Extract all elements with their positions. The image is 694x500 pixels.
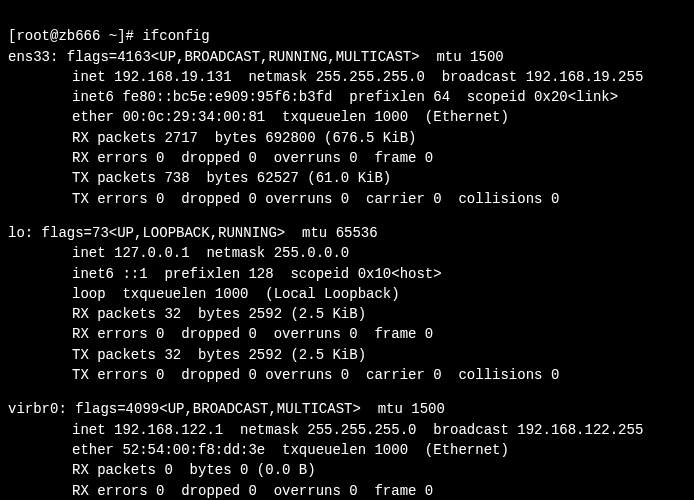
iface-detail-line: RX packets 2717 bytes 692800 (676.5 KiB) — [8, 128, 686, 148]
iface-detail-line: TX packets 32 bytes 2592 (2.5 KiB) — [8, 345, 686, 365]
iface-detail-line: TX packets 738 bytes 62527 (61.0 KiB) — [8, 168, 686, 188]
iface-virbr0: virbr0: flags=4099<UP,BROADCAST,MULTICAS… — [8, 399, 686, 500]
iface-detail-line: inet6 fe80::bc5e:e909:95f6:b3fd prefixle… — [8, 87, 686, 107]
iface-detail-line: TX errors 0 dropped 0 overruns 0 carrier… — [8, 365, 686, 385]
iface-detail-line: inet6 ::1 prefixlen 128 scopeid 0x10<hos… — [8, 264, 686, 284]
iface-detail-line: RX packets 0 bytes 0 (0.0 B) — [8, 460, 686, 480]
iface-detail-line: RX errors 0 dropped 0 overruns 0 frame 0 — [8, 148, 686, 168]
iface-header: lo: flags=73<UP,LOOPBACK,RUNNING> mtu 65… — [8, 223, 686, 243]
iface-detail-line: RX packets 32 bytes 2592 (2.5 KiB) — [8, 304, 686, 324]
iface-header: virbr0: flags=4099<UP,BROADCAST,MULTICAS… — [8, 399, 686, 419]
prompt-line[interactable]: [root@zb666 ~]# ifconfig — [8, 26, 686, 46]
iface-lo: lo: flags=73<UP,LOOPBACK,RUNNING> mtu 65… — [8, 223, 686, 385]
iface-header: ens33: flags=4163<UP,BROADCAST,RUNNING,M… — [8, 47, 686, 67]
iface-detail-line: inet 192.168.122.1 netmask 255.255.255.0… — [8, 420, 686, 440]
interfaces-output: ens33: flags=4163<UP,BROADCAST,RUNNING,M… — [8, 47, 686, 500]
iface-detail-line: RX errors 0 dropped 0 overruns 0 frame 0 — [8, 481, 686, 500]
iface-detail-line: inet 127.0.0.1 netmask 255.0.0.0 — [8, 243, 686, 263]
typed-command: ifconfig — [142, 28, 209, 44]
iface-detail-line: ether 52:54:00:f8:dd:3e txqueuelen 1000 … — [8, 440, 686, 460]
iface-detail-line: loop txqueuelen 1000 (Local Loopback) — [8, 284, 686, 304]
iface-detail-line: TX errors 0 dropped 0 overruns 0 carrier… — [8, 189, 686, 209]
terminal-output: [root@zb666 ~]# ifconfigens33: flags=416… — [0, 0, 694, 500]
iface-ens33: ens33: flags=4163<UP,BROADCAST,RUNNING,M… — [8, 47, 686, 209]
iface-detail-line: RX errors 0 dropped 0 overruns 0 frame 0 — [8, 324, 686, 344]
shell-prompt: [root@zb666 ~]# — [8, 28, 142, 44]
iface-detail-line: ether 00:0c:29:34:00:81 txqueuelen 1000 … — [8, 107, 686, 127]
iface-detail-line: inet 192.168.19.131 netmask 255.255.255.… — [8, 67, 686, 87]
